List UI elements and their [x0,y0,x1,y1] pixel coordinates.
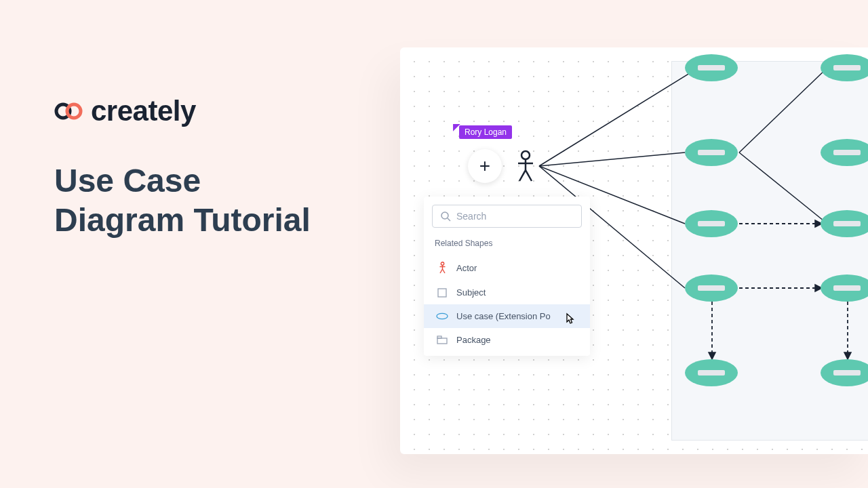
usecase-node[interactable] [821,139,868,166]
subject-icon [436,288,448,298]
svg-rect-28 [438,289,446,297]
svg-line-3 [539,152,685,166]
svg-marker-13 [709,352,715,359]
shape-label: Subject [456,287,486,298]
shape-label: Actor [456,263,477,273]
svg-line-19 [519,170,526,181]
shape-item-usecase[interactable]: Use case (Extension Po [424,304,590,328]
svg-line-20 [526,170,532,181]
panel-header: Related Shapes [424,236,590,255]
app-window: ◤ Rory Logan + Search Related Shapes Act [400,47,868,454]
usecase-icon [436,312,448,320]
shape-label: Use case (Extension Po [456,311,551,321]
usecase-node[interactable] [821,210,868,237]
svg-line-22 [448,218,450,221]
package-icon [436,336,448,344]
svg-line-2 [539,68,698,166]
collaborator-cursor: ◤ Rory Logan [453,125,512,139]
svg-line-6 [739,68,827,152]
usecase-node[interactable] [821,274,868,302]
usecase-node[interactable] [685,54,738,81]
shape-item-actor[interactable]: Actor [424,255,590,281]
logo: creately [54,95,311,127]
quick-add-row: + [468,149,536,183]
usecase-node[interactable] [821,54,868,81]
usecase-node[interactable] [685,359,738,386]
usecase-node[interactable] [685,274,738,302]
shapes-panel: Search Related Shapes Actor Subject Use … [424,197,590,356]
add-shape-button[interactable]: + [468,149,502,183]
search-placeholder: Search [456,211,486,222]
shape-item-subject[interactable]: Subject [424,281,590,304]
svg-point-16 [521,151,530,159]
shape-label: Package [456,335,491,345]
svg-line-26 [440,269,443,273]
svg-rect-31 [437,336,441,338]
pointer-cursor-icon [563,312,576,331]
svg-rect-30 [437,338,447,344]
svg-point-21 [441,212,448,219]
usecase-node[interactable] [685,139,738,166]
collaborator-name: Rory Logan [459,125,512,139]
svg-line-27 [442,269,445,273]
shape-item-package[interactable]: Package [424,328,590,352]
hero-content: creately Use Case Diagram Tutorial [54,95,311,239]
svg-marker-15 [844,352,851,359]
svg-line-7 [739,152,827,224]
logo-icon [54,102,84,121]
page-title: Use Case Diagram Tutorial [54,161,311,239]
svg-point-23 [441,262,443,265]
search-input[interactable]: Search [432,205,582,228]
usecase-node[interactable] [821,359,868,386]
logo-text: creately [91,95,196,127]
usecase-node[interactable] [685,210,738,237]
svg-point-29 [437,313,448,319]
search-icon [441,211,451,222]
actor-icon [436,262,448,274]
actor-icon[interactable] [515,150,536,182]
